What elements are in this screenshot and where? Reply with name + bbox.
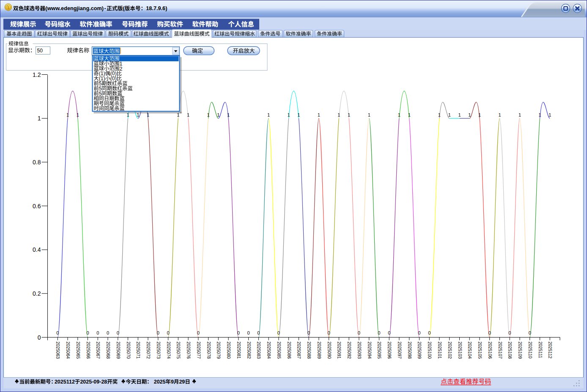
svg-text:0: 0 [56, 330, 59, 335]
svg-text:2025108: 2025108 [507, 342, 513, 359]
svg-text:2025101: 2025101 [437, 342, 442, 359]
svg-text:2025081: 2025081 [236, 342, 241, 359]
svg-text:1: 1 [227, 112, 230, 117]
svg-text:1: 1 [438, 112, 441, 117]
svg-text:2025082: 2025082 [247, 342, 252, 359]
svg-text:2025074: 2025074 [166, 342, 171, 359]
svg-text:2025063: 2025063 [55, 342, 60, 359]
svg-text:0.8: 0.8 [33, 159, 41, 166]
svg-text:2025076: 2025076 [186, 342, 191, 359]
svg-text:2025084: 2025084 [266, 342, 272, 359]
svg-text:2025072: 2025072 [146, 342, 151, 359]
svg-text:2025080: 2025080 [226, 342, 231, 359]
svg-text:2025104: 2025104 [467, 342, 472, 359]
svg-text:1: 1 [217, 112, 219, 117]
svg-text:0: 0 [247, 330, 250, 335]
svg-text:0: 0 [86, 330, 89, 335]
svg-text:0: 0 [529, 330, 531, 335]
svg-text:0: 0 [358, 330, 360, 335]
svg-text:0: 0 [197, 330, 200, 335]
svg-text:2: 2 [120, 66, 123, 72]
svg-text:0.6: 0.6 [33, 203, 41, 210]
svg-text:2025083: 2025083 [256, 342, 261, 359]
svg-text:0.4: 0.4 [33, 246, 41, 253]
svg-text:2025112: 2025112 [55, 379, 75, 385]
svg-text:29: 29 [179, 379, 185, 385]
svg-text:0: 0 [107, 330, 109, 335]
svg-text:2025075: 2025075 [176, 342, 181, 359]
svg-text:2025100: 2025100 [427, 342, 432, 359]
svg-text:0: 0 [508, 330, 511, 335]
svg-text:0: 0 [277, 330, 280, 335]
svg-text:2025090: 2025090 [327, 342, 332, 359]
svg-text:0: 0 [428, 330, 431, 335]
svg-text:1: 1 [297, 112, 300, 117]
svg-text:1: 1 [468, 112, 471, 117]
svg-text:2025106: 2025106 [488, 342, 493, 359]
svg-text:2025109: 2025109 [518, 342, 523, 359]
svg-text:2025073: 2025073 [156, 342, 161, 359]
svg-text:0.2: 0.2 [33, 290, 41, 297]
svg-text:0: 0 [237, 330, 240, 335]
svg-text:1: 1 [187, 112, 189, 117]
svg-text:1: 1 [77, 112, 79, 117]
svg-text:2025068: 2025068 [106, 342, 111, 359]
svg-text:2025065: 2025065 [76, 342, 81, 359]
svg-text:2025078: 2025078 [206, 342, 211, 359]
svg-text:0: 0 [378, 330, 380, 335]
svg-text:2025099: 2025099 [417, 342, 422, 359]
svg-text:2025105: 2025105 [477, 342, 483, 359]
svg-text:1.2: 1.2 [33, 71, 41, 78]
svg-text:0: 0 [257, 330, 260, 335]
svg-text:1: 1 [66, 112, 69, 117]
svg-text:2025111: 2025111 [538, 342, 543, 358]
svg-text:2025067: 2025067 [96, 342, 101, 359]
svg-text:0: 0 [328, 330, 330, 335]
svg-text:2025094: 2025094 [367, 342, 372, 359]
svg-text:2025070: 2025070 [126, 342, 131, 359]
svg-text:1: 1 [538, 112, 541, 117]
svg-text:2025064: 2025064 [66, 342, 71, 359]
svg-text:2025069: 2025069 [116, 342, 121, 359]
svg-text:5: 5 [99, 91, 102, 97]
svg-text:1: 1 [398, 112, 400, 117]
svg-text:2025103: 2025103 [458, 342, 463, 359]
svg-text:2025091: 2025091 [337, 342, 342, 359]
svg-text:2025092: 2025092 [347, 342, 352, 359]
svg-text:0: 0 [157, 330, 159, 335]
svg-text:1: 1 [478, 112, 481, 117]
svg-text:1: 1 [267, 112, 270, 117]
svg-text:(www.edengjiang.com): (www.edengjiang.com) [45, 5, 104, 11]
svg-text:2025098: 2025098 [407, 342, 412, 359]
svg-text:2025093: 2025093 [357, 342, 362, 359]
svg-text:1: 1 [408, 112, 411, 117]
svg-text:0: 0 [167, 330, 170, 335]
svg-text:2025107: 2025107 [498, 342, 503, 359]
svg-text:1: 1 [368, 112, 370, 117]
svg-text:(0): (0) [110, 76, 117, 82]
svg-text:1: 1 [38, 115, 41, 122]
svg-text:2025096: 2025096 [387, 342, 392, 359]
svg-text:2025066: 2025066 [86, 342, 91, 359]
svg-text:2025102: 2025102 [447, 342, 453, 359]
svg-text:1: 1 [549, 112, 551, 117]
svg-text:2025095: 2025095 [377, 342, 382, 359]
svg-text:9: 9 [171, 379, 174, 385]
svg-text:1: 1 [498, 112, 501, 117]
svg-text:1: 1 [458, 112, 461, 117]
svg-text:0: 0 [38, 334, 41, 341]
svg-text:50: 50 [37, 48, 43, 54]
svg-text:1: 1 [448, 112, 451, 117]
svg-text:1: 1 [207, 112, 210, 117]
svg-text:2025110: 2025110 [528, 342, 533, 359]
svg-text:0: 0 [117, 330, 119, 335]
svg-text:0: 0 [307, 330, 310, 335]
svg-text:0: 0 [388, 330, 390, 335]
svg-text:2025: 2025 [154, 379, 166, 385]
svg-text:2025-09-28: 2025-09-28 [80, 379, 107, 385]
svg-text:2025077: 2025077 [196, 342, 201, 359]
svg-text:2025087: 2025087 [296, 342, 302, 359]
svg-text:2025089: 2025089 [317, 342, 322, 359]
svg-text:1: 1 [288, 112, 290, 117]
svg-text:2025085: 2025085 [277, 342, 282, 359]
